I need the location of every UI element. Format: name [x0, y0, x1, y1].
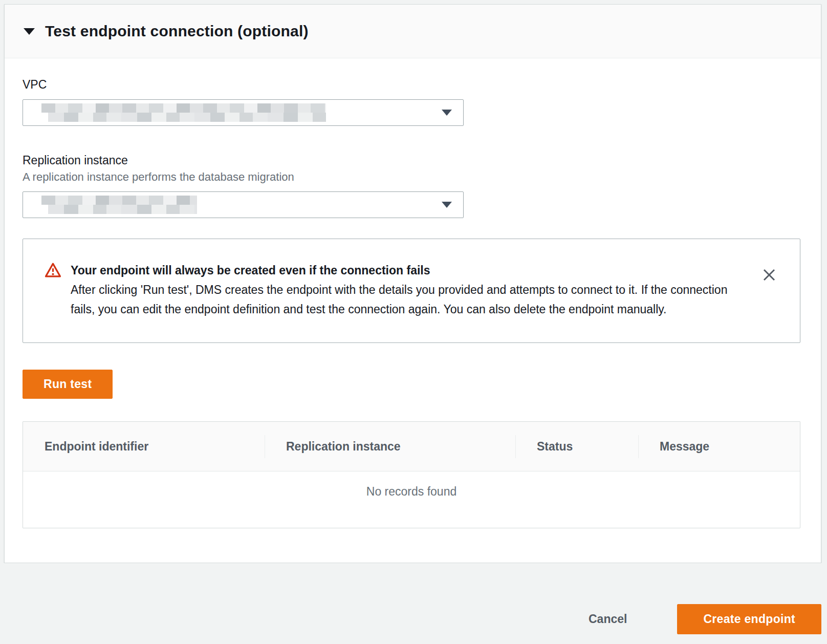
warning-title: Your endpoint will always be created eve…: [71, 261, 741, 280]
replication-instance-selected-value-redacted: [41, 196, 197, 214]
section-body: VPC Replication instance A replication i…: [5, 77, 821, 528]
close-icon[interactable]: [761, 267, 777, 283]
test-endpoint-section: Test endpoint connection (optional) VPC …: [4, 4, 821, 563]
wizard-footer: Cancel Create endpoint: [0, 563, 827, 644]
warning-alert: Your endpoint will always be created eve…: [23, 239, 800, 343]
replication-instance-description: A replication instance performs the data…: [23, 170, 821, 184]
chevron-down-icon: [442, 202, 452, 208]
empty-state-message: No records found: [366, 485, 456, 528]
triangle-down-icon: [24, 28, 35, 35]
column-header-message: Message: [638, 422, 800, 471]
run-test-button[interactable]: Run test: [23, 370, 113, 399]
warning-body: After clicking 'Run test', DMS creates t…: [71, 280, 741, 319]
replication-instance-select[interactable]: [23, 191, 464, 218]
warning-triangle-icon: [45, 262, 61, 281]
vpc-selected-value-redacted: [41, 103, 326, 122]
replication-instance-label: Replication instance: [23, 153, 821, 168]
section-title: Test endpoint connection (optional): [45, 23, 309, 40]
create-endpoint-page: Test endpoint connection (optional) VPC …: [0, 0, 827, 644]
section-header-toggle[interactable]: Test endpoint connection (optional): [5, 5, 821, 58]
warning-text-block: Your endpoint will always be created eve…: [71, 261, 741, 319]
vpc-select[interactable]: [23, 99, 464, 126]
column-header-endpoint-identifier: Endpoint identifier: [23, 422, 265, 471]
column-header-status: Status: [515, 422, 638, 471]
column-header-replication-instance: Replication instance: [265, 422, 515, 471]
connection-results-table: Endpoint identifier Replication instance…: [23, 421, 800, 528]
table-header-row: Endpoint identifier Replication instance…: [23, 422, 800, 471]
cancel-button[interactable]: Cancel: [589, 604, 627, 634]
chevron-down-icon: [442, 110, 452, 116]
create-endpoint-button[interactable]: Create endpoint: [677, 604, 821, 634]
vpc-label: VPC: [23, 77, 821, 92]
table-body: No records found: [23, 471, 800, 528]
